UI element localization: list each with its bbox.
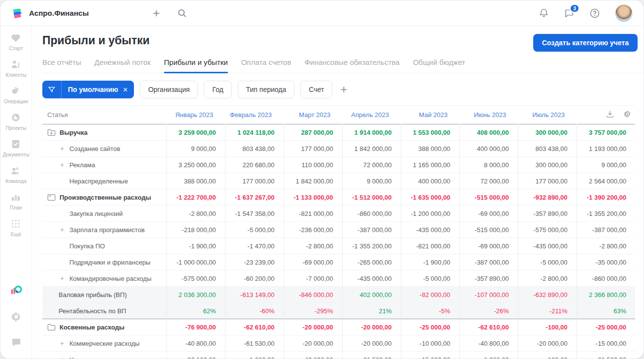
row-label: Создание сайтов (69, 145, 120, 152)
sidebar-item-5[interactable]: Документы (2, 139, 29, 157)
notifications-bell-icon[interactable] (539, 8, 549, 18)
sidebar-item-2[interactable]: Клиенты (2, 60, 29, 78)
table-cell: 21% (342, 303, 401, 319)
settings-gear-icon[interactable] (11, 311, 22, 324)
tab-2[interactable]: Денежный поток (95, 58, 151, 73)
filter-chip-2[interactable]: Год (204, 81, 231, 98)
table-cell: -61 530,00 (577, 352, 635, 359)
table-cell: -10 000,00 (401, 335, 459, 352)
table-cell: -2 800,00 (166, 206, 225, 222)
column-header-month-5[interactable]: Май 2023 (401, 106, 459, 124)
table-row[interactable]: Валовая прибыль (ВП)2 036 300,00-613 149… (42, 287, 635, 303)
table-cell: -515 000,00 (459, 189, 518, 206)
user-avatar[interactable] (615, 4, 633, 22)
table-row[interactable]: + Коммерческие расходы-40 800,00-61 530,… (42, 335, 635, 352)
row-label: Нераспределенные (69, 178, 128, 185)
tab-5[interactable]: Финансовые обязательства (304, 58, 399, 73)
table-cell: -40 800,00 (166, 335, 225, 352)
table-cell: -932 890,00 (518, 189, 577, 206)
row-label: Реклама (69, 161, 95, 169)
tab-3[interactable]: Прибыли и убытки (164, 58, 228, 73)
table-cell: -69 000,00 (459, 238, 518, 254)
tab-4[interactable]: Оплата счетов (241, 58, 291, 73)
column-header-month-3[interactable]: Март 2023 (284, 106, 342, 124)
table-row[interactable]: + Командировочные расходы-575 000,00-60 … (42, 270, 635, 287)
filter-chip-4[interactable]: Счет (300, 81, 332, 98)
support-chat-icon[interactable] (11, 337, 22, 350)
sidebar-item-1[interactable]: Старт (2, 33, 29, 51)
table-cell: -1 470,00 (225, 238, 284, 254)
column-header-month-4[interactable]: Апрель 2023 (342, 106, 401, 124)
table-cell: -40 800,00 (459, 335, 518, 352)
table-cell: -821 000,00 (401, 238, 459, 254)
expand-plus-icon[interactable]: + (59, 274, 65, 282)
table-cell: -211% (518, 303, 577, 319)
sidebar-item-8[interactable]: Ещё (2, 219, 29, 237)
table-row[interactable]: Закупка лицензий-2 800,00-1 547 358,00-8… (42, 206, 635, 222)
documents-icon (10, 139, 21, 149)
table-row[interactable]: + Создание сайтов9 000,00803 438,00177 0… (42, 141, 635, 157)
table-row[interactable]: Производственные расходы-1 222 700,00-1 … (42, 189, 635, 206)
expand-plus-icon[interactable]: + (59, 356, 65, 359)
help-icon[interactable] (589, 8, 600, 19)
search-icon[interactable] (177, 8, 187, 18)
table-cell: -435 000,00 (518, 238, 577, 254)
sidebar-item-label: Команда (5, 178, 27, 184)
table-row[interactable]: Покупка ПО-1 900,00-1 470,00-2 800,00-1 … (42, 238, 635, 254)
table-cell: -515 000,00 (459, 222, 518, 238)
row-label: Зарплата программистов (69, 226, 145, 234)
download-report-icon[interactable] (606, 110, 614, 120)
sidebar-item-4[interactable]: Проекты (2, 113, 29, 131)
card-line-icon[interactable] (47, 194, 56, 201)
table-cell: -100,00 (518, 319, 577, 335)
table-cell: -26% (459, 303, 518, 319)
global-add-button[interactable]: + (153, 7, 160, 19)
expand-plus-icon[interactable]: + (59, 226, 65, 234)
folder-icon[interactable] (47, 324, 56, 331)
sidebar-item-6[interactable]: Команда (2, 166, 29, 184)
table-cell: -387 000,00 (577, 222, 635, 238)
table-cell: -357 890,00 (459, 270, 518, 287)
table-cell: -5 000,00 (518, 254, 577, 270)
table-cell: 110 000,00 (284, 157, 342, 173)
table-cell: 388 000,00 (166, 173, 225, 189)
default-filter-chip[interactable]: По умолчанию ✕ (42, 81, 134, 98)
table-cell: 803 438,00 (518, 141, 577, 157)
table-row[interactable]: + Управленческие расходы-36 100,00-1 080… (42, 352, 635, 359)
column-header-month-6[interactable]: Июнь 2023 (459, 106, 518, 124)
column-header-month-2[interactable]: Февраль 2023 (225, 106, 284, 124)
table-cell: 3 250 000,00 (166, 157, 225, 173)
sidebar-item-7[interactable]: План (2, 192, 29, 210)
row-label: Выручка (60, 129, 88, 136)
filter-chip-1[interactable]: Организация (140, 81, 198, 98)
table-cell: -1 547 358,00 (225, 206, 284, 222)
table-row[interactable]: Рентабельность по ВП62%-60%-295%21%-5%-2… (42, 303, 635, 319)
table-cell: -265 000,00 (342, 254, 401, 270)
sidebar-item-label: Операции (4, 98, 28, 104)
table-cell: -15 000,00 (401, 352, 459, 359)
filter-chip-3[interactable]: Тип периода (238, 81, 295, 98)
table-cell: -575 000,00 (166, 270, 225, 287)
expand-plus-icon[interactable]: + (59, 339, 65, 347)
tab-6[interactable]: Общий бюджет (413, 58, 466, 73)
table-row[interactable]: + Зарплата программистов-218 000,00-5 00… (42, 222, 635, 238)
table-cell: -1 080,00 (225, 352, 284, 359)
messages-icon[interactable]: 3 (564, 8, 575, 18)
table-row[interactable]: Косвенные расходы-76 900,00-62 610,00-20… (42, 319, 635, 335)
add-filter-button[interactable]: + (340, 84, 347, 95)
topbar: Аспро.Финансы + 3 (0, 0, 644, 26)
table-row[interactable]: Выручка3 259 000,001 024 118,00287 000,0… (42, 124, 635, 141)
expand-plus-icon[interactable]: + (59, 145, 65, 152)
sidebar-item-3[interactable]: Операции (2, 86, 29, 104)
table-row[interactable]: Нераспределенные388 000,00177 000,001 84… (42, 173, 635, 189)
table-row[interactable]: + Реклама3 250 000,00220 680,00110 000,0… (42, 157, 635, 173)
remove-filter-icon[interactable]: ✕ (122, 86, 134, 93)
table-settings-gear-icon[interactable] (622, 110, 631, 120)
create-category-button[interactable]: Создать категорию учета (533, 34, 638, 52)
expand-plus-icon[interactable]: + (59, 161, 65, 169)
tab-1[interactable]: Все отчёты (42, 58, 81, 73)
folder-plus-icon[interactable] (47, 129, 56, 136)
column-header-month-7[interactable]: Июль 2023 (518, 106, 577, 124)
table-row[interactable]: Подрядчики и фрилансеры-1 000 000,00-23 … (42, 254, 635, 270)
column-header-month-1[interactable]: Январь 2023 (166, 106, 225, 124)
